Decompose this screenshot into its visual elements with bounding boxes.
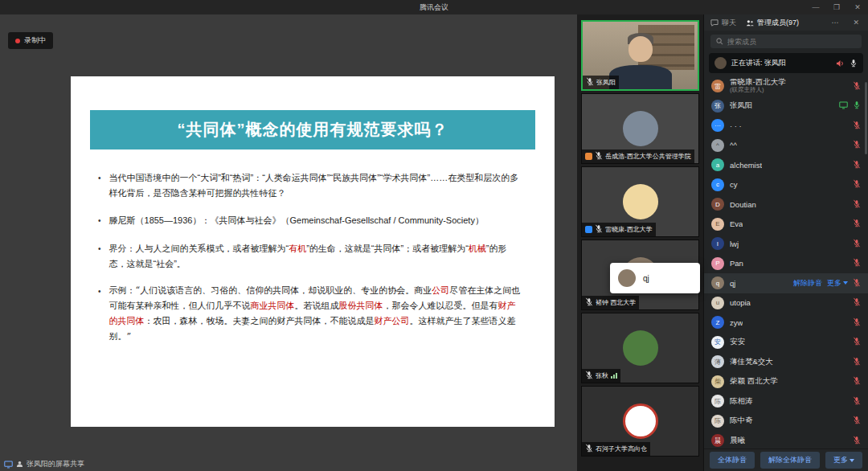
tab-manage-members[interactable]: 管理成员(97) [746,18,799,28]
member-name: 晨曦 [730,436,745,446]
avatar: l [711,237,724,250]
mic-muted-icon[interactable] [853,258,861,268]
mic-muted-icon[interactable] [853,317,861,328]
footer-more-button[interactable]: 更多 [825,452,862,469]
unmute-all-button[interactable]: 解除全体静音 [760,452,820,469]
avatar: q [711,276,724,289]
search-input[interactable] [727,38,856,46]
member-name: alchemist [730,161,762,170]
member-list-scrollbar[interactable] [865,82,867,154]
member-row[interactable]: 柴柴颖 西北大学 [704,372,868,392]
recording-dot-icon [15,39,20,43]
mic-muted-icon[interactable] [853,239,861,249]
caret-down-icon [850,459,854,462]
member-row[interactable]: 雷雷晓康-西北大学(联席主持人) [704,76,868,96]
video-thumbnail[interactable]: 张凤阳 [581,20,699,91]
video-thumbnail[interactable]: 岳成浩-西北大学公共管理学院 [581,93,699,164]
member-row[interactable]: Zzyw [704,313,868,333]
bullet-dot: • [98,241,101,271]
member-name: Pan [730,259,743,268]
member-row[interactable]: ^^^ [704,136,868,156]
mute-all-button[interactable]: 全体静音 [710,452,755,469]
mic-muted-icon[interactable] [853,297,861,308]
presentation-slide: “共同体”概念的使用有规范要求吗？ •当代中国语境中的一个“大词”和“热词”：“… [71,76,555,427]
search-box[interactable] [710,35,862,48]
member-row[interactable]: 晨晨曦 [704,431,868,448]
chat-icon [710,19,719,27]
member-row[interactable]: ccy [704,175,868,195]
video-thumbnail[interactable]: 雷晓康-西北大学 [581,166,699,237]
participant-hover-card[interactable]: qj [610,263,700,293]
mic-muted-icon[interactable] [853,337,861,347]
members-icon [746,19,754,27]
avatar: 雷 [711,80,724,92]
member-row[interactable]: PPan [704,254,868,274]
mic-muted-icon[interactable] [853,199,861,210]
video-name-label: 张凤阳 [583,76,619,89]
mic-muted-icon[interactable] [853,81,861,92]
member-row[interactable]: ···· · · [704,116,868,136]
tab-chat[interactable]: 聊天 [710,18,736,28]
main-area: 录制中 “共同体”概念的使用有规范要求吗？ •当代中国语境中的一个“大词”和“热… [0,14,868,471]
mic-on-icon[interactable] [853,100,861,111]
avatar: a [711,158,724,171]
role-badge-icon [585,226,592,233]
recording-label: 录制中 [24,35,46,46]
slide-bullet: •滕尼斯（1855—1936）：《共同体与社会》（Gemeinschaf-Ges… [98,213,522,228]
member-row[interactable]: 安安安 [704,333,868,353]
member-name: zyw [730,318,743,327]
panel-more-icon[interactable]: ⋯ [829,18,841,27]
mic-muted-icon[interactable] [853,376,861,387]
video-thumbnail[interactable]: 石河子大学高向仓 [581,386,699,457]
member-row[interactable]: 薄薄佳梵&交大 [704,352,868,372]
mic-muted-icon[interactable] [853,179,861,190]
member-row[interactable]: DDoutian [704,195,868,215]
mic-muted-icon[interactable] [853,357,861,367]
avatar: 薄 [711,355,724,368]
member-name: utopia [730,298,751,307]
avatar: ^ [711,139,724,152]
member-row[interactable]: aalchemist [704,155,868,175]
member-row[interactable]: 陈陈相涛 [704,391,868,412]
participant-name: 岳成浩-西北大学公共管理学院 [605,152,691,161]
unmute-button[interactable]: 解除静音 [793,278,822,289]
presenter-icon [16,461,23,468]
mic-muted-icon[interactable] [853,140,861,150]
slide-title: “共同体”概念的使用有规范要求吗？ [90,110,535,149]
app-title: 腾讯会议 [420,2,448,13]
side-panel: 聊天 管理成员(97) ⋯ ✕ 正在讲话: 张凤阳 [703,14,868,471]
slide-bullets: •当代中国语境中的一个“大词”和“热词”：“人类命运共同体”“民族共同体”“学术… [71,149,555,344]
close-icon[interactable]: ✕ [847,3,868,11]
maximize-icon[interactable]: ❐ [826,3,847,11]
recording-badge[interactable]: 录制中 [8,32,53,49]
avatar: 柴 [711,375,724,388]
mic-muted-icon [585,444,593,454]
panel-close-icon[interactable]: ✕ [850,18,862,27]
member-row[interactable]: llwj [704,234,868,254]
video-thumbnail[interactable]: 张秋 [581,313,699,383]
member-more-button[interactable]: 更多 [827,278,848,289]
member-row[interactable]: uutopia [704,293,868,313]
member-row[interactable]: EEva [704,215,868,235]
mic-muted-icon [585,371,593,381]
mic-muted-icon[interactable] [853,160,861,170]
mic-muted-icon[interactable] [853,278,861,289]
video-name-label: 褚钟 西北大学 [582,296,639,309]
member-row[interactable]: 陈陈中奇 [704,412,868,432]
mic-muted-icon[interactable] [853,416,861,426]
member-row[interactable]: 张张凤阳 [704,96,868,117]
participant-name: 张秋 [596,371,608,380]
mic-muted-icon[interactable] [853,396,861,407]
mic-muted-icon[interactable] [853,121,861,131]
member-row[interactable]: qqj解除静音更多 [704,273,868,293]
share-status-bar: 张凤阳的屏幕共享 [4,459,84,469]
mic-muted-icon[interactable] [853,219,861,229]
video-thumbnail[interactable]: 褚钟 西北大学qj [581,240,699,310]
avatar: D [711,198,724,211]
mic-muted-icon[interactable] [853,436,861,446]
window-controls: — ❐ ✕ [805,0,868,14]
role-badge-icon [585,153,592,160]
bullet-dot: • [98,284,101,344]
network-signal-icon [611,373,617,379]
minimize-icon[interactable]: — [805,3,826,11]
